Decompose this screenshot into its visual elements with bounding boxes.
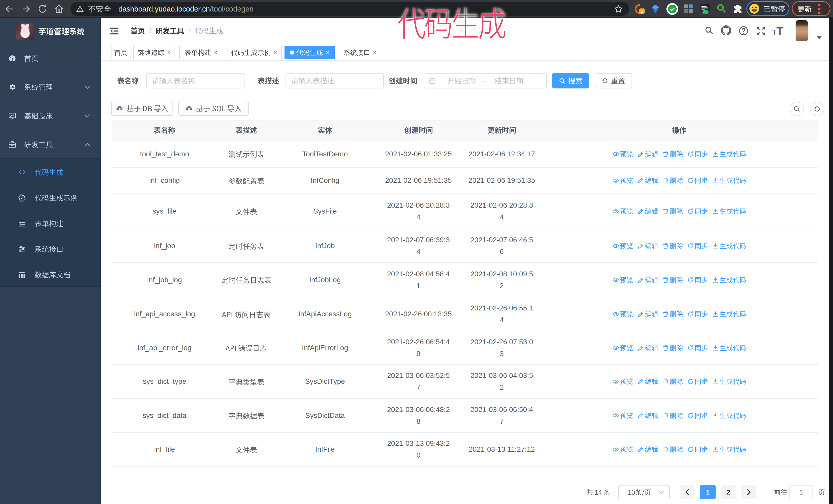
svg-text:on: on [704, 10, 708, 14]
svg-text:1: 1 [641, 9, 643, 14]
